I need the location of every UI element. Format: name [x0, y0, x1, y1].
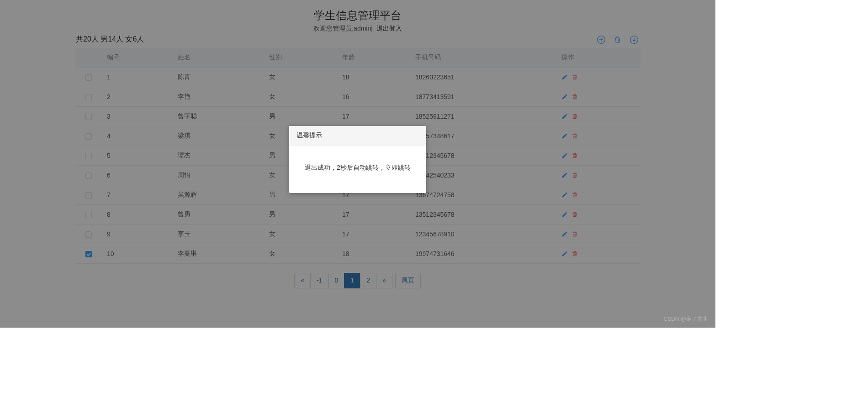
watermark: CSDN @麻了秃头 [663, 315, 708, 323]
dialog-body: 退出成功，2秒后自动跳转，立即跳转 [289, 146, 426, 193]
dialog: 温馨提示 退出成功，2秒后自动跳转，立即跳转 [289, 126, 426, 193]
dialog-title: 温馨提示 [289, 126, 426, 146]
